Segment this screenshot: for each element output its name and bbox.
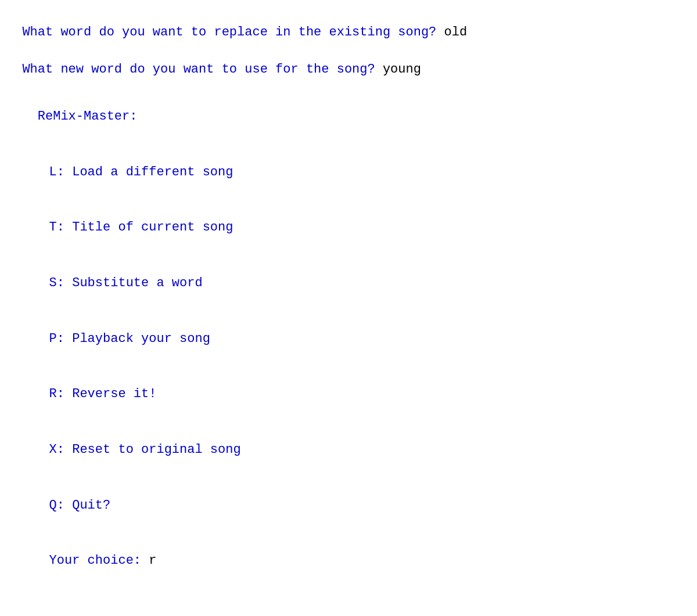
remix-header-2: ReMix-Master: — [7, 599, 690, 616]
remix-block-2: ReMix-Master: L: Load a different song T… — [7, 599, 690, 616]
remix-header-1: ReMix-Master: — [7, 89, 690, 145]
menu-item-1-6: X: Reset to original song — [7, 422, 690, 478]
menu-item-1-1: L: Load a different song — [7, 145, 690, 200]
menu-item-1-2: T: Title of current song — [7, 200, 690, 256]
answer-2: young — [383, 62, 421, 77]
answer-1: old — [444, 25, 468, 39]
spacer-2 — [7, 589, 690, 599]
menu-item-1-3: S: Substitute a word — [7, 255, 690, 311]
remix-block-1: ReMix-Master: L: Load a different song T… — [7, 89, 690, 589]
menu-item-1-4: P: Playback your song — [7, 311, 690, 367]
question-2-text: What new word do you want to use for the… — [22, 62, 383, 77]
question-line-2: What new word do you want to use for the… — [7, 42, 690, 79]
question-1-text: What word do you want to replace in the … — [22, 25, 444, 39]
choice-value-1: r — [149, 553, 156, 568]
spacer-1 — [7, 79, 690, 89]
menu-item-1-7: Q: Quit? — [7, 478, 690, 534]
question-line-1: What word do you want to replace in the … — [7, 5, 690, 42]
menu-item-1-5: R: Reverse it! — [7, 367, 690, 423]
choice-line-1: Your choice: r — [7, 534, 690, 589]
